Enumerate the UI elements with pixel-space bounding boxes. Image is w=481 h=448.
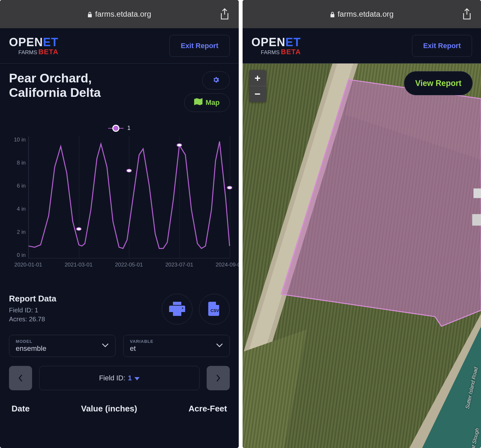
map-toggle-button[interactable]: Map [184, 93, 230, 112]
next-field-button[interactable] [207, 366, 230, 390]
browser-urlbar: farms.etdata.org [0, 0, 239, 28]
share-icon[interactable] [462, 8, 472, 21]
print-button[interactable] [162, 294, 193, 325]
map-phone: farms.etdata.org OPENET FARMS BETA Exit … [243, 0, 481, 448]
url-display: farms.etdata.org [262, 10, 462, 19]
svg-point-2 [177, 144, 182, 147]
logo[interactable]: OPENET FARMS BETA [252, 36, 301, 56]
chart: 1 10 in8 in6 in4 in2 in0 in 2020-01-0120… [9, 125, 230, 271]
page-title: Pear Orchard, California Delta [9, 71, 137, 100]
exit-report-button[interactable]: Exit Report [412, 35, 472, 57]
map-icon [194, 98, 202, 107]
url-display: farms.etdata.org [19, 10, 219, 19]
zoom-control: + − [249, 70, 266, 102]
svg-point-3 [227, 186, 232, 189]
lock-icon [330, 11, 335, 17]
map-canvas[interactable]: + − View Report Sutter Island Road Steam… [243, 63, 481, 448]
url-text: farms.etdata.org [338, 10, 394, 19]
lock-icon [87, 11, 92, 17]
gear-icon [212, 76, 220, 85]
printer-icon [169, 302, 185, 317]
zoom-in-button[interactable]: + [249, 70, 266, 86]
export-csv-button[interactable]: CSV [199, 294, 230, 325]
aerial-imagery [243, 63, 481, 448]
report-data-heading: Report Data [9, 294, 56, 304]
chart-y-axis: 10 in8 in6 in4 in2 in0 in [9, 137, 28, 258]
chevron-down-icon [102, 343, 109, 349]
table-col-date: Date [12, 404, 30, 414]
field-selector[interactable]: Field ID: 1 [39, 366, 200, 390]
report-phone: farms.etdata.org OPENET FARMS BETA Exit … [0, 0, 239, 448]
variable-select[interactable]: VARIABLE et [123, 335, 230, 357]
legend-label: 1 [127, 125, 131, 131]
legend-swatch [108, 128, 124, 129]
csv-file-icon: CSV [206, 302, 222, 317]
settings-button[interactable] [202, 71, 230, 89]
table-col-acrefeet: Acre-Feet [189, 404, 227, 414]
prev-field-button[interactable] [9, 366, 32, 390]
caret-down-icon [134, 374, 140, 382]
svg-rect-18 [472, 214, 481, 226]
view-report-button[interactable]: View Report [404, 71, 473, 95]
url-text: farms.etdata.org [95, 10, 151, 19]
svg-text:CSV: CSV [210, 308, 219, 313]
chart-legend[interactable]: 1 [9, 125, 230, 131]
svg-point-0 [76, 227, 81, 230]
chart-plot[interactable] [28, 137, 230, 258]
share-icon[interactable] [219, 8, 230, 21]
exit-report-button[interactable]: Exit Report [169, 35, 229, 57]
table-col-value: Value (inches) [81, 404, 137, 414]
svg-point-1 [127, 169, 132, 172]
browser-urlbar: farms.etdata.org [243, 0, 481, 28]
svg-rect-17 [473, 189, 481, 198]
table-header: Date Value (inches) Acre-Feet [9, 404, 230, 414]
app-header: OPENET FARMS BETA Exit Report [243, 28, 481, 63]
model-select[interactable]: MODEL ensemble [9, 335, 116, 357]
zoom-out-button[interactable]: − [249, 86, 266, 102]
chart-x-axis: 2020-01-012021-03-012022-05-012023-07-01… [28, 260, 230, 271]
chevron-down-icon [216, 343, 223, 349]
app-header: OPENET FARMS BETA Exit Report [0, 28, 239, 63]
logo[interactable]: OPENET FARMS BETA [9, 36, 58, 56]
report-data-meta: Field ID: 1 Acres: 26.78 [9, 306, 56, 324]
